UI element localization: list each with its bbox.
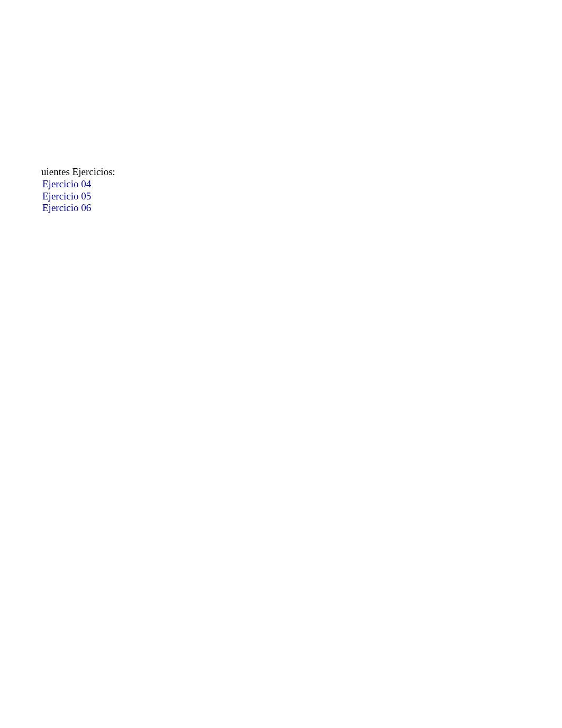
- exercise-link-04[interactable]: Ejercicio 04: [42, 178, 91, 189]
- exercise-link-06[interactable]: Ejercicio 06: [42, 202, 91, 213]
- exercise-link-05[interactable]: Ejercicio 05: [42, 190, 91, 202]
- exercises-heading: uientes Ejercicios:: [41, 166, 115, 178]
